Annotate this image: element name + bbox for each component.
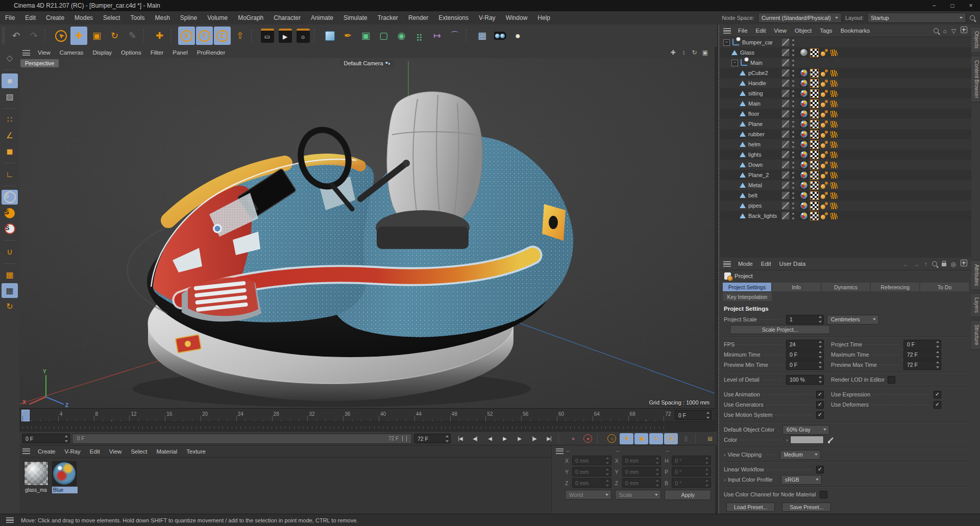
load-preset-button[interactable]: Load Preset... [726, 503, 775, 512]
uvw-tag-icon[interactable] [810, 130, 819, 139]
project-time-field[interactable]: 0 F [903, 340, 941, 349]
viewport-menu-display[interactable]: Display [88, 49, 116, 56]
enable-snap-button[interactable]: S [2, 190, 18, 205]
visibility-dots-icon[interactable] [792, 131, 795, 138]
move-tool-button[interactable]: ✚ [70, 27, 87, 45]
workplane-mode-button[interactable]: ▦ [2, 267, 18, 282]
material-thumbnail[interactable] [24, 461, 48, 486]
material-tag-icon[interactable] [800, 191, 808, 199]
previous-key-button[interactable]: ◀| [468, 433, 482, 444]
material-blue[interactable]: Blue [52, 461, 77, 493]
object-row-floor[interactable]: floor [720, 109, 971, 119]
spinner-icon[interactable] [445, 435, 449, 442]
scale-tool-button[interactable]: ▣ [88, 27, 105, 45]
uvw-tag-icon[interactable] [810, 48, 819, 57]
preview-max-field[interactable]: 72 F [903, 360, 941, 370]
visibility-dots-icon[interactable] [792, 80, 795, 87]
search-icon[interactable] [934, 26, 939, 35]
texture-mode-button[interactable]: ▨ [2, 89, 18, 104]
keyframe-selection-button[interactable]: ☼ [605, 433, 619, 444]
render-lod-checkbox[interactable] [888, 376, 895, 384]
menu-modes[interactable]: Modes [69, 14, 98, 21]
tab-referencing[interactable]: Referencing [871, 283, 919, 291]
material-tag-icon[interactable] [800, 151, 808, 159]
uvw-tag-icon[interactable] [810, 161, 819, 169]
spinner-icon[interactable] [605, 480, 610, 487]
object-properties-tag-icon[interactable] [830, 213, 838, 219]
attribute-menu-edit[interactable]: Edit [757, 261, 775, 267]
add-generator-button[interactable]: ▢ [375, 27, 392, 45]
expander-icon[interactable]: › [724, 452, 726, 458]
visibility-dots-icon[interactable] [792, 39, 795, 46]
default-object-color-dropdown[interactable]: 60% Gray [782, 425, 829, 435]
visibility-toggle-icon[interactable] [781, 140, 790, 148]
object-manager-menu-tags[interactable]: Tags [816, 28, 836, 34]
visibility-dots-icon[interactable] [792, 171, 795, 179]
visibility-toggle-icon[interactable] [781, 202, 790, 210]
object-row-down[interactable]: Down [720, 160, 971, 170]
points-mode-button[interactable]: ∷ [2, 112, 18, 127]
search-icon[interactable] [932, 259, 937, 268]
project-scale-field[interactable]: 1 [786, 315, 824, 324]
menu-file[interactable]: File [0, 14, 20, 21]
use-motion-system-checkbox[interactable] [816, 411, 824, 419]
menu-spline[interactable]: Spline [175, 14, 202, 21]
slider-grip-icon[interactable] [402, 436, 407, 441]
live-selection-button[interactable]: ➤ [53, 27, 69, 45]
lock-x-axis-button[interactable]: X [178, 27, 195, 45]
object-properties-tag-icon[interactable] [830, 70, 838, 77]
add-floor-button[interactable]: ▦ [474, 27, 491, 45]
rotation-p-field[interactable]: 0 ° [672, 467, 711, 477]
rotate-tool-button[interactable]: ↻ [106, 27, 123, 45]
key-position-button[interactable]: ✚ [620, 433, 633, 444]
timeline-mode-button[interactable]: ▤ [703, 433, 717, 444]
snap-settings-button[interactable]: S [2, 206, 18, 220]
spinner-icon[interactable] [655, 480, 659, 487]
filter-icon[interactable]: ▽ [951, 26, 956, 35]
menu-animate[interactable]: Animate [306, 14, 338, 21]
object-row-main[interactable]: −Main [720, 58, 971, 68]
next-key-button[interactable]: |▶ [527, 433, 541, 444]
visibility-toggle-icon[interactable] [781, 181, 790, 189]
material-menu-icon[interactable] [22, 448, 30, 454]
visibility-toggle-icon[interactable] [781, 89, 790, 97]
panel-tab-structure[interactable]: Structure [971, 320, 980, 350]
phong-tag-icon[interactable] [821, 110, 828, 118]
visibility-dots-icon[interactable] [792, 192, 795, 199]
menu-volume[interactable]: Volume [202, 14, 233, 21]
object-name[interactable]: Glass [740, 49, 754, 56]
object-properties-tag-icon[interactable] [830, 101, 838, 107]
uvw-tag-icon[interactable] [810, 181, 819, 190]
visibility-toggle-icon[interactable] [781, 151, 790, 159]
scale-dropdown[interactable]: Scale [615, 490, 662, 499]
coordinate-system-button[interactable]: ⇧ [232, 27, 249, 45]
add-cube-button[interactable] [322, 27, 338, 45]
phong-tag-icon[interactable] [821, 131, 828, 138]
add-subdivision-surface-button[interactable]: ▣ [357, 27, 374, 45]
panel-tab-attributes[interactable]: Attributes [971, 260, 980, 290]
expand-toggle-icon[interactable]: − [731, 60, 738, 66]
uvw-tag-icon[interactable] [810, 212, 819, 220]
material-tag-icon[interactable] [800, 69, 808, 77]
menu-mesh[interactable]: Mesh [150, 14, 175, 21]
object-name[interactable]: Plane [748, 121, 763, 127]
object-name[interactable]: pipes [748, 203, 762, 209]
menu-tracker[interactable]: Tracker [373, 14, 403, 21]
current-frame-field[interactable]: 0 F [675, 410, 712, 420]
object-row-plane-2[interactable]: Plane_2 [720, 170, 971, 180]
axis-mode-button[interactable]: ∟ [2, 167, 18, 182]
close-button[interactable]: × [962, 0, 980, 11]
menu-tools[interactable]: Tools [125, 14, 150, 21]
material-menu-view[interactable]: View [105, 448, 127, 455]
nav-back-icon[interactable]: ← [903, 259, 909, 268]
spinner-icon[interactable] [818, 316, 822, 323]
menu-character[interactable]: Character [268, 14, 306, 21]
phong-tag-icon[interactable] [821, 182, 828, 189]
edges-mode-button[interactable]: ∠ [2, 128, 18, 143]
object-row-helm[interactable]: helm [720, 139, 971, 149]
menu-mograph[interactable]: MoGraph [233, 14, 268, 21]
visibility-dots-icon[interactable] [792, 110, 795, 118]
track-icon[interactable]: ◎ [951, 259, 956, 268]
uvw-tag-icon[interactable] [810, 171, 819, 180]
eyedropper-icon[interactable] [827, 437, 834, 443]
